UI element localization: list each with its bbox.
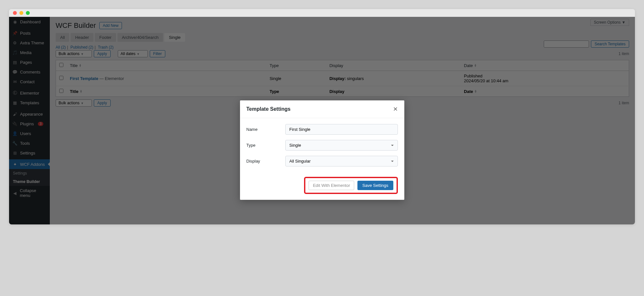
close-window-icon[interactable] (13, 11, 17, 15)
app: ◉Dashboard 📌Posts ⚙Axtra Theme 🎵Media ▤P… (9, 17, 635, 224)
display-label: Display (246, 159, 285, 164)
maximize-window-icon[interactable] (26, 11, 30, 15)
highlight-box: Edit With Elementor Save Settings (304, 177, 398, 194)
modal-header: Template Settings ✕ (240, 100, 404, 118)
edit-with-elementor-button[interactable]: Edit With Elementor (309, 181, 354, 190)
close-icon[interactable]: ✕ (393, 106, 398, 113)
name-input[interactable] (285, 124, 398, 135)
modal-title: Template Settings (246, 106, 291, 112)
modal-overlay[interactable]: Template Settings ✕ Name Type Single Dis… (9, 17, 635, 224)
modal-footer: Edit With Elementor Save Settings (240, 174, 404, 200)
titlebar (9, 9, 635, 17)
template-settings-modal: Template Settings ✕ Name Type Single Dis… (240, 100, 404, 200)
display-select[interactable]: All Singular (285, 156, 398, 166)
name-label: Name (246, 127, 285, 132)
modal-body: Name Type Single Display All Singular (240, 118, 404, 174)
save-settings-button[interactable]: Save Settings (357, 181, 393, 190)
type-select[interactable]: Single (285, 140, 398, 151)
browser-window: ◉Dashboard 📌Posts ⚙Axtra Theme 🎵Media ▤P… (9, 9, 635, 224)
minimize-window-icon[interactable] (19, 11, 23, 15)
type-label: Type (246, 143, 285, 148)
